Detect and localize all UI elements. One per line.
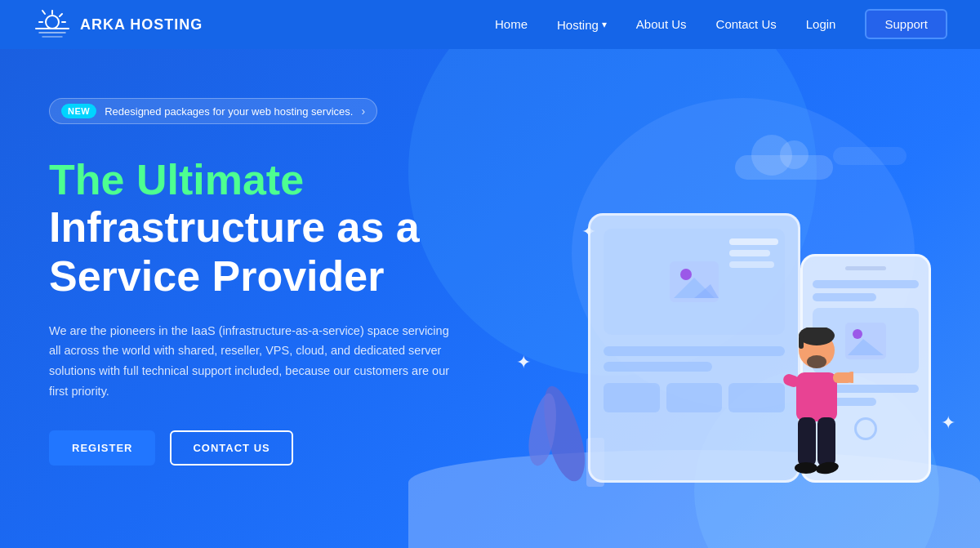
tablet-image [604,229,785,335]
logo-area[interactable]: ARKA HOSTING [33,7,203,42]
nav-login[interactable]: Login [806,17,836,31]
badge-text: Redesigned packages for your web hosting… [105,105,353,118]
nav-hosting[interactable]: Hosting [557,18,607,32]
tablet-device [588,213,800,483]
nav-links: Home Hosting About Us Contact Us Login S… [495,17,947,32]
nav-home[interactable]: Home [495,17,528,31]
svg-rect-25 [817,417,835,466]
nav-about[interactable]: About Us [636,17,687,31]
badge-new-label: NEW [61,104,96,118]
contact-button[interactable]: CONTACT US [170,430,292,466]
announcement-badge[interactable]: NEW Redesigned packages for your web hos… [49,98,377,124]
brand-name: ARKA HOSTING [80,16,203,33]
svg-rect-20 [796,372,837,421]
register-button[interactable]: REGISTER [49,430,155,466]
svg-rect-18 [799,336,804,349]
tablet-img-icon [670,261,719,302]
character-illustration [780,327,853,491]
tablet-text-rows [604,346,785,372]
svg-point-0 [46,16,59,29]
phone-text-rows [813,280,919,301]
tablet-grid [604,383,785,412]
nav-contact[interactable]: Contact Us [716,17,777,31]
navbar: ARKA HOSTING Home Hosting About Us Conta… [0,0,980,49]
svg-point-14 [853,329,862,339]
svg-point-10 [680,269,692,280]
svg-rect-24 [798,417,816,466]
phone-notch [845,266,886,270]
hero-section: NEW Redesigned packages for your web hos… [0,49,980,548]
svg-line-2 [60,14,62,16]
sparkle-icon-3: ✦ [941,412,956,434]
hero-illustration: ✦ ✦ ✦ [425,91,980,548]
sparkle-icon-2: ✦ [516,352,531,373]
svg-point-19 [807,355,826,368]
phone-home-button [854,417,877,440]
hero-description: We are the pioneers in the IaaS (infrast… [49,321,457,402]
logo-icon [33,7,72,42]
svg-point-26 [795,462,817,474]
svg-line-4 [42,11,45,14]
badge-arrow-icon: › [361,105,365,118]
nav-support[interactable]: Support [865,9,947,39]
